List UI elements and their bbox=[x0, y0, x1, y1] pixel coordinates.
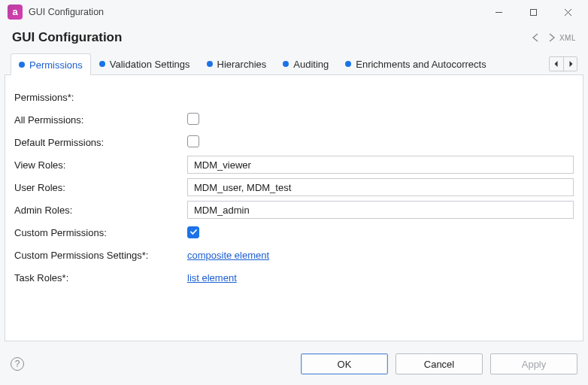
window-title: GUI Configuration bbox=[29, 7, 104, 17]
view-roles-input[interactable] bbox=[187, 156, 574, 174]
page-title: GUI Configuration bbox=[12, 30, 122, 45]
tab-scroll bbox=[549, 56, 577, 71]
tab-label: Auditing bbox=[293, 59, 329, 70]
admin-roles-input[interactable] bbox=[187, 201, 574, 219]
forward-arrow-icon[interactable] bbox=[544, 31, 558, 44]
view-roles-label: View Roles: bbox=[14, 159, 187, 171]
maximize-button[interactable] bbox=[516, 0, 550, 24]
help-icon[interactable]: ? bbox=[11, 357, 24, 371]
permissions-panel: Permissions*: All Permissions: Default P… bbox=[5, 75, 583, 341]
task-roles-label: Task Roles*: bbox=[14, 272, 187, 283]
tab-validation-settings[interactable]: Validation Settings bbox=[91, 53, 199, 74]
tab-enrichments-autocorrects[interactable]: Enrichments and Autocorrects bbox=[337, 53, 494, 74]
bullet-icon bbox=[19, 62, 25, 68]
tab-label: Enrichments and Autocorrects bbox=[356, 59, 486, 70]
header: GUI Configuration XML bbox=[0, 24, 588, 53]
bullet-icon bbox=[99, 61, 105, 67]
custom-permissions-settings-link[interactable]: composite element bbox=[187, 250, 269, 261]
window: GUI Configuration GUI Configuration XML … bbox=[0, 0, 588, 385]
tab-label: Hierarchies bbox=[217, 59, 267, 70]
all-permissions-checkbox[interactable] bbox=[187, 113, 199, 125]
custom-permissions-label: Custom Permissions: bbox=[14, 227, 187, 238]
dialog-footer: ? OK Cancel Apply bbox=[0, 346, 588, 385]
tab-label: Permissions bbox=[29, 59, 83, 71]
default-permissions-checkbox[interactable] bbox=[187, 135, 199, 147]
apply-button[interactable]: Apply bbox=[490, 353, 577, 374]
tab-bar: Permissions Validation Settings Hierarch… bbox=[5, 53, 583, 75]
permissions-header-label: Permissions*: bbox=[14, 92, 187, 103]
tab-auditing[interactable]: Auditing bbox=[274, 53, 337, 74]
task-roles-link[interactable]: list element bbox=[187, 272, 237, 283]
admin-roles-label: Admin Roles: bbox=[14, 205, 187, 216]
svg-rect-1 bbox=[530, 9, 536, 15]
user-roles-label: User Roles: bbox=[14, 182, 187, 193]
minimize-button[interactable] bbox=[481, 0, 516, 24]
tab-scroll-left-button[interactable] bbox=[550, 57, 563, 71]
xml-source-button[interactable]: XML bbox=[559, 34, 576, 42]
tab-hierarchies[interactable]: Hierarchies bbox=[199, 53, 275, 74]
tab-permissions[interactable]: Permissions bbox=[11, 53, 91, 75]
titlebar: GUI Configuration bbox=[0, 0, 588, 24]
bullet-icon bbox=[207, 61, 213, 67]
all-permissions-label: All Permissions: bbox=[14, 114, 187, 126]
user-roles-input[interactable] bbox=[187, 178, 574, 196]
custom-permissions-settings-label: Custom Permissions Settings*: bbox=[14, 250, 187, 261]
custom-permissions-checkbox[interactable] bbox=[187, 226, 199, 238]
ok-button[interactable]: OK bbox=[301, 353, 388, 374]
bullet-icon bbox=[283, 61, 289, 67]
back-arrow-icon[interactable] bbox=[529, 31, 543, 44]
tab-label: Validation Settings bbox=[110, 59, 190, 70]
tab-scroll-right-button[interactable] bbox=[563, 57, 577, 71]
default-permissions-label: Default Permissions: bbox=[14, 137, 187, 148]
close-button[interactable] bbox=[550, 0, 585, 24]
bullet-icon bbox=[345, 61, 351, 67]
app-icon bbox=[8, 5, 23, 20]
cancel-button[interactable]: Cancel bbox=[396, 353, 483, 374]
